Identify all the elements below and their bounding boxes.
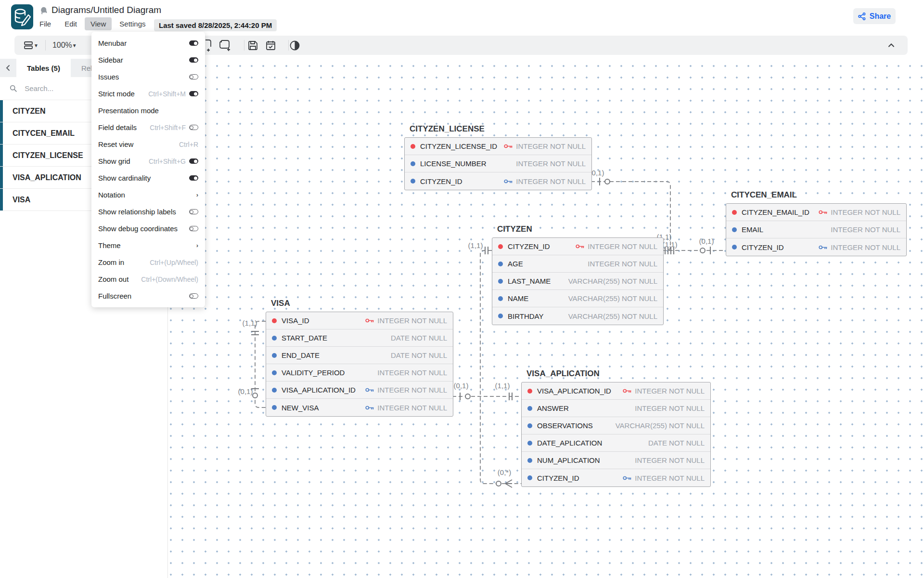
menu-item-notation[interactable]: Notation›: [91, 186, 205, 203]
table-citycen-email[interactable]: CITYCEN_EMAILCITYZEN_EMAIL_IDINTEGER NOT…: [726, 203, 907, 256]
tab-tables-5[interactable]: Tables (5): [16, 59, 71, 77]
chevron-right-icon: ›: [196, 242, 198, 249]
field-type-text: INTEGER NOT NULL: [635, 456, 705, 464]
table-visa-aplication[interactable]: VISA_APLICATIONVISA_APLICATION_IDINTEGER…: [521, 382, 711, 487]
theme-contrast-icon: [289, 40, 300, 51]
menu-item-sidebar[interactable]: Sidebar: [91, 52, 205, 68]
field-type: INTEGER NOT NULL: [365, 316, 447, 325]
add-area-button[interactable]: [218, 36, 231, 55]
diagram-list-button[interactable]: ▼: [22, 39, 39, 51]
add-table-button[interactable]: [205, 36, 212, 55]
sidebar-item-label: CITYZEN_LICENSE: [13, 151, 83, 160]
collapse-header-button[interactable]: [886, 39, 897, 51]
primary-key-dot: [527, 389, 532, 394]
sidebar-item-label: CITYCEN_EMAIL: [13, 129, 75, 138]
toggle-knob: [190, 126, 193, 130]
todo-button[interactable]: [265, 36, 276, 55]
sidebar-item-label: CITYZEN: [13, 107, 45, 116]
table-cityzen-license[interactable]: CITYZEN_LICENSECITYZEN_LICENSE_IDINTEGER…: [404, 137, 592, 190]
key-icon: [819, 244, 828, 250]
field-type: INTEGER NOT NULL: [819, 208, 900, 216]
menu-item-field-details[interactable]: Field detailsCtrl+Shift+F: [91, 119, 205, 136]
search-icon: [10, 84, 17, 92]
theme-toggle-button[interactable]: [289, 36, 300, 55]
menu-item-show-debug-coordinates[interactable]: Show debug coordinates: [91, 220, 205, 237]
table-cityzen[interactable]: CITYZENCITYZEN_IDINTEGER NOT NULLAGEINTE…: [492, 237, 664, 325]
menu-item-label: Menubar: [98, 39, 186, 47]
field-type-text: INTEGER NOT NULL: [588, 260, 657, 268]
menu-item-zoom-out[interactable]: Zoom outCtrl+(Down/Wheel): [91, 271, 205, 288]
menubar-item-edit[interactable]: Edit: [59, 17, 83, 30]
key-icon: [365, 387, 374, 393]
chevron-right-icon: ›: [196, 191, 198, 198]
menu-item-fullscreen[interactable]: Fullscreen: [91, 288, 205, 304]
menu-item-control: [189, 125, 198, 130]
toggle-knob: [190, 75, 193, 79]
menu-item-label: Theme: [98, 241, 186, 250]
menu-item-show-cardinality[interactable]: Show cardinality: [91, 170, 205, 186]
field-type: INTEGER NOT NULL: [504, 142, 586, 150]
menubar-item-file[interactable]: File: [34, 17, 57, 30]
field-type: DATE NOT NULL: [391, 334, 447, 342]
table-field-row: VISA_IDINTEGER NOT NULL: [266, 312, 453, 329]
toggle-off-icon: [189, 226, 198, 231]
field-type: DATE NOT NULL: [391, 351, 447, 359]
table-field-row: NUM_APLICATIONINTEGER NOT NULL: [522, 452, 710, 469]
field-dot: [498, 314, 503, 318]
field-dot: [732, 227, 737, 232]
field-type: DATE NOT NULL: [648, 439, 705, 447]
field-name: CITYZEN_ID: [537, 474, 579, 482]
table-color-bar: [0, 189, 3, 210]
menu-item-control: ›: [189, 191, 198, 198]
cardinality-zero-circle: [605, 179, 610, 184]
menu-item-issues[interactable]: Issues: [91, 68, 205, 85]
field-dot: [527, 475, 532, 480]
menu-item-control: [189, 74, 198, 79]
table-field-row: OBSERVATIONSVARCHAR(255) NOT NULL: [522, 417, 710, 434]
field-type: INTEGER NOT NULL: [623, 387, 705, 395]
sidebar-item-label: VISA: [13, 196, 30, 204]
menu-item-theme[interactable]: Theme›: [91, 237, 205, 254]
menu-item-presentation-mode[interactable]: Presentation mode: [91, 102, 205, 119]
sidebar-collapse-button[interactable]: [0, 59, 16, 77]
toggle-on-icon: [189, 57, 198, 63]
menubar-item-view[interactable]: View: [85, 17, 112, 30]
table-field-row: DATE_APLICATIONDATE NOT NULL: [522, 434, 710, 452]
field-type-text: DATE NOT NULL: [391, 351, 447, 359]
cardinality-zero-circle: [465, 394, 470, 399]
field-type: INTEGER NOT NULL: [635, 456, 705, 464]
table-field-row: CITYZEN_IDINTEGER NOT NULL: [726, 238, 906, 256]
field-name: DATE_APLICATION: [537, 439, 602, 447]
menu-item-menubar[interactable]: Menubar: [91, 35, 205, 52]
field-type: INTEGER NOT NULL: [377, 368, 447, 377]
menu-item-control: [189, 209, 198, 214]
primary-key-dot: [411, 144, 415, 149]
toggle-off-icon: [189, 293, 198, 299]
field-type: INTEGER NOT NULL: [576, 242, 657, 250]
table-field-row: END_DATEDATE NOT NULL: [266, 347, 453, 364]
field-dot: [411, 179, 415, 184]
menu-item-control: [189, 91, 198, 96]
save-button[interactable]: [247, 36, 258, 55]
toggle-knob: [190, 227, 193, 231]
chevron-up-icon: [886, 40, 896, 50]
menu-item-label: Zoom out: [98, 275, 138, 283]
field-dot: [498, 296, 503, 301]
share-button[interactable]: Share: [853, 8, 896, 24]
key-icon: [365, 317, 374, 324]
cardinality-zero-circle: [496, 481, 501, 486]
menu-item-shortcut: Ctrl+Shift+M: [148, 90, 186, 98]
menu-item-strict-mode[interactable]: Strict modeCtrl+Shift+M: [91, 85, 205, 102]
menu-item-show-grid[interactable]: Show gridCtrl+Shift+G: [91, 153, 205, 170]
menu-item-reset-view[interactable]: Reset viewCtrl+R: [91, 136, 205, 153]
menubar-item-settings[interactable]: Settings: [114, 17, 151, 30]
menu-item-zoom-in[interactable]: Zoom inCtrl+(Up/Wheel): [91, 254, 205, 271]
toggle-knob: [194, 58, 197, 62]
table-visa[interactable]: VISAVISA_IDINTEGER NOT NULLSTART_DATEDAT…: [266, 312, 453, 417]
field-type-text: INTEGER NOT NULL: [831, 208, 900, 216]
menu-item-show-relationship-labels[interactable]: Show relationship labels: [91, 203, 205, 220]
zoom-level-dropdown[interactable]: 100% ▼: [51, 40, 78, 51]
key-icon: [504, 143, 513, 149]
table-field-row: NEW_VISAINTEGER NOT NULL: [266, 399, 453, 416]
field-type: INTEGER NOT NULL: [504, 177, 586, 185]
